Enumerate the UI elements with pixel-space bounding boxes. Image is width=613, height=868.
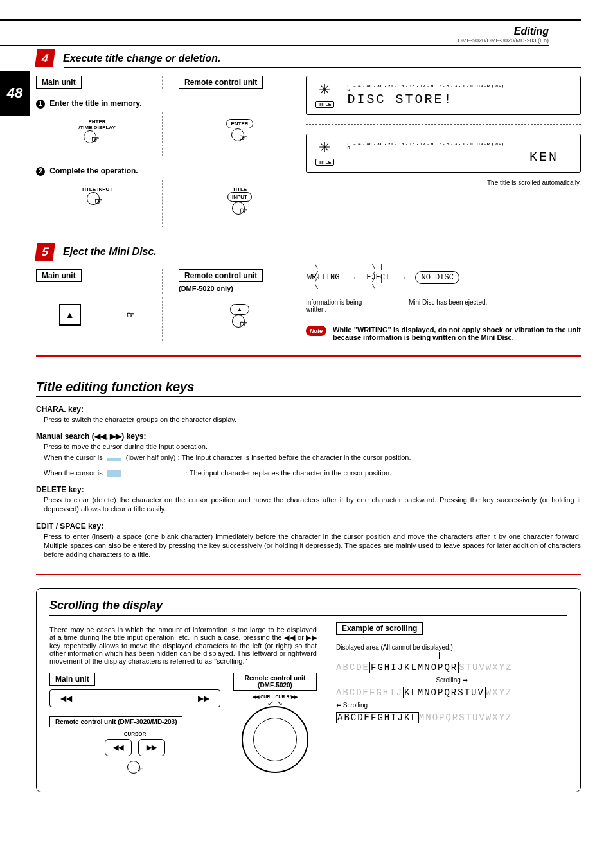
arrow-icon: → <box>348 272 357 283</box>
scrolling-heading: Scrolling the display <box>49 599 567 616</box>
eject-caption: Mini Disc has been ejected. <box>409 299 487 313</box>
manual-key-l3b: : The input character replaces the chara… <box>186 469 391 477</box>
scroll-main-unit: Main unit <box>49 673 95 686</box>
note-icon: Note <box>306 326 326 336</box>
step-5-number: 5 <box>35 243 55 261</box>
remote-5020-label: Remote control unit (DMF-5020) <box>233 673 317 691</box>
scroll-left-label: ⬅ Scrolling <box>336 702 567 709</box>
step-4-title: Execute title change or deletion. <box>63 53 220 64</box>
scrolling-para: There may be cases in which the amount o… <box>49 626 317 665</box>
scroll-row-2: ABCDEFGHIJKLMNOPQRSTUVWXYZ <box>336 687 567 698</box>
eject-indicator: EJECT <box>365 269 391 286</box>
press-icon <box>227 315 253 334</box>
cursor-left-button[interactable]: ◀◀ <box>105 739 132 756</box>
lcd-panel-2: TITLE L – ∞ · 40 · 30 · 21 · 18 · 15 · 1… <box>306 134 581 173</box>
main-unit-label: Main unit <box>36 76 82 89</box>
title-keys-heading: Title editing function keys <box>36 376 581 397</box>
cursor-half-swatch <box>107 455 121 461</box>
substep-1-text: Enter the title in memory. <box>49 99 141 108</box>
eject-button-remote[interactable]: ▲ <box>230 304 249 315</box>
rewind-icon: ◀◀ <box>60 694 72 703</box>
example-label: Example of scrolling <box>336 622 423 635</box>
eject-button-main[interactable]: ▲ <box>59 304 81 326</box>
title-label: TITLE <box>227 186 253 192</box>
manual-key-l2b: (lower half only) : The input character … <box>126 454 411 461</box>
lcd-panel-1: TITLE L – ∞ · 40 · 30 · 21 · 18 · 15 · 1… <box>306 76 581 115</box>
remote-sub-label: (DMF-5020 only) <box>179 285 233 292</box>
lcd-text-1: DISC STORE! <box>347 92 571 107</box>
press-icon <box>122 761 148 780</box>
manual-key-l2a: When the cursor is <box>44 454 103 461</box>
writing-indicator: WRITING <box>306 269 341 286</box>
edit-key-desc: Press to enter (insert) a space (one bla… <box>44 532 581 560</box>
scroll-row-3: ABCDEFGHIJKLMNOPQRSTUVWXYZ <box>336 713 567 723</box>
chara-key-desc: Press to switch the character groups on … <box>44 415 581 424</box>
step-4-number: 4 <box>35 49 55 67</box>
cursor-full-swatch <box>107 470 121 477</box>
page-number: 48 <box>0 71 30 116</box>
delete-key-desc: Press to clear (delete) the character on… <box>44 495 581 514</box>
note-text: While "WRITING" is displayed, do not app… <box>333 326 581 341</box>
enter-time-label: ENTER /TIME DISPLAY <box>78 119 116 130</box>
substep-2-number: 2 <box>36 167 45 176</box>
manual-key-line1: Press to move the cursor during title in… <box>44 442 581 451</box>
vu-meter: L – ∞ · 40 · 30 · 21 · 18 · 15 · 12 · 9 … <box>347 142 571 150</box>
press-icon <box>226 128 252 148</box>
remote-3020-label: Remote control unit (DMF-3020/MD-203) <box>49 716 182 727</box>
substep-1-number: 1 <box>36 100 45 109</box>
sun-icon <box>317 141 333 156</box>
title-badge: TITLE <box>315 101 334 108</box>
displayed-area-label: Displayed area (All cannot be displayed.… <box>336 644 567 651</box>
scroll-row-1: ABCDEFGHIJKLMNOPQRSTUVWXYZ <box>336 662 567 673</box>
writing-caption: Information is being written. <box>306 299 364 313</box>
auto-scroll-caption: The title is scrolled automatically. <box>306 179 581 186</box>
edit-key-name: EDIT / SPACE key: <box>36 522 581 531</box>
enter-button[interactable]: ENTER <box>226 119 253 128</box>
press-icon <box>78 130 104 150</box>
hand-icon: ☞ <box>127 310 135 320</box>
main-unit-label: Main unit <box>36 269 82 282</box>
input-button[interactable]: INPUT <box>227 192 252 202</box>
remote-unit-label: Remote control unit <box>179 269 263 282</box>
no-disc-indicator: NO DISC <box>415 271 459 284</box>
sun-icon <box>317 83 333 98</box>
chara-key-name: CHARA. key: <box>36 405 581 414</box>
scroll-right-label: Scrolling ➡ <box>336 677 567 684</box>
substep-2-text: Complete the operation. <box>49 166 138 175</box>
press-icon <box>227 202 253 221</box>
step-5-title: Eject the Mini Disc. <box>63 246 157 258</box>
title-input-label: TITLE INPUT <box>82 186 112 192</box>
arrow-icon: → <box>398 272 407 283</box>
manual-key-name: Manual search (◀◀, ▶▶) keys: <box>36 432 581 441</box>
press-icon <box>82 192 107 211</box>
remote-unit-label: Remote control unit <box>179 76 263 89</box>
vu-meter: L – ∞ · 40 · 30 · 21 · 18 · 15 · 12 · 9 … <box>347 84 571 92</box>
cursor-label: CURSOR <box>49 731 220 737</box>
cursor-right-button[interactable]: ▶▶ <box>138 739 165 756</box>
forward-icon: ▶▶ <box>198 694 209 703</box>
scroll-bar-control[interactable]: ◀◀ ▶▶ <box>49 689 220 707</box>
lcd-text-2: KEN <box>347 150 571 164</box>
title-badge: TITLE <box>315 159 334 166</box>
model-line: DMF-5020/DMF-3020/MD-203 (En) <box>0 37 549 46</box>
delete-key-name: DELETE key: <box>36 485 581 494</box>
section-heading: Editing <box>0 26 549 37</box>
manual-key-l3a: When the cursor is <box>44 469 103 477</box>
jog-dial[interactable] <box>242 706 308 773</box>
